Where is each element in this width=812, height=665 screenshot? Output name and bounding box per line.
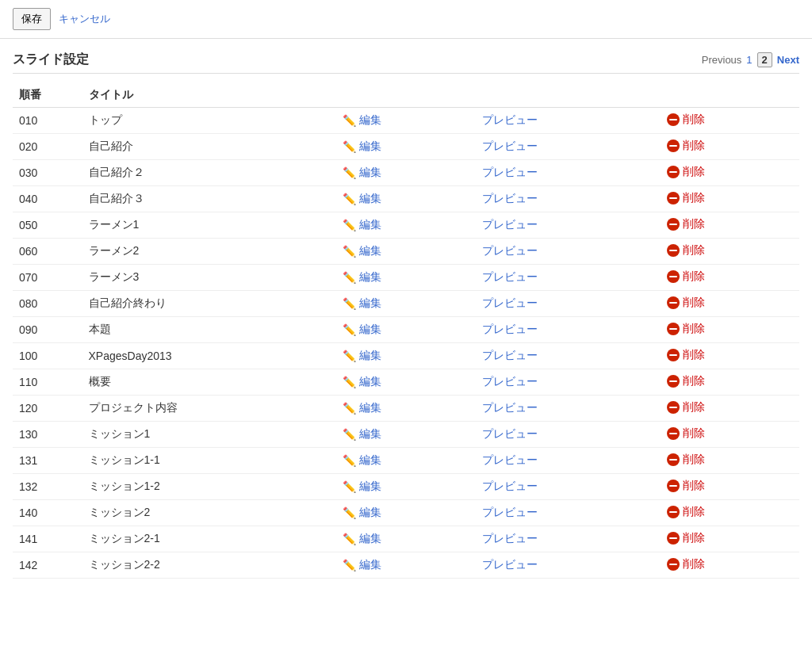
delete-cell: 削除 (661, 265, 799, 291)
edit-cell: ✏️ 編集 (336, 134, 475, 160)
edit-link[interactable]: ✏️ 編集 (343, 532, 381, 546)
edit-link[interactable]: ✏️ 編集 (343, 427, 381, 441)
edit-link[interactable]: ✏️ 編集 (343, 244, 381, 258)
delete-link[interactable]: 削除 (667, 374, 705, 388)
delete-label: 削除 (683, 531, 705, 545)
delete-link[interactable]: 削除 (667, 269, 705, 284)
delete-label: 削除 (683, 113, 705, 127)
delete-label: 削除 (683, 139, 705, 153)
delete-link[interactable]: 削除 (667, 400, 705, 415)
title-cell: 本題 (82, 317, 337, 343)
edit-link[interactable]: ✏️ 編集 (343, 218, 381, 232)
preview-label: プレビュー (482, 558, 538, 572)
edit-link[interactable]: ✏️ 編集 (343, 401, 381, 415)
previous-label: Previous (702, 54, 742, 66)
edit-link[interactable]: ✏️ 編集 (343, 558, 381, 572)
delete-link[interactable]: 削除 (667, 557, 705, 571)
delete-link[interactable]: 削除 (667, 243, 705, 258)
preview-link[interactable]: プレビュー (482, 244, 538, 258)
cancel-link[interactable]: キャンセル (59, 12, 110, 26)
edit-link[interactable]: ✏️ 編集 (343, 375, 381, 389)
order-cell: 080 (13, 291, 82, 317)
preview-link[interactable]: プレビュー (482, 139, 538, 154)
preview-link[interactable]: プレビュー (482, 427, 538, 441)
page-1-link[interactable]: 1 (746, 54, 752, 66)
preview-link[interactable]: プレビュー (482, 113, 538, 128)
delete-link[interactable]: 削除 (667, 296, 705, 310)
page-current: 2 (757, 52, 772, 67)
preview-link[interactable]: プレビュー (482, 506, 538, 520)
table-row: 050 ラーメン1 ✏️ 編集 プレビュー 削除 (13, 212, 799, 239)
edit-link[interactable]: ✏️ 編集 (343, 349, 381, 363)
order-cell: 132 (13, 474, 82, 500)
delete-cell: 削除 (661, 317, 799, 343)
table-row: 060 ラーメン2 ✏️ 編集 プレビュー 削除 (13, 239, 799, 265)
delete-link[interactable]: 削除 (667, 191, 705, 205)
save-button[interactable]: 保存 (13, 8, 51, 30)
preview-cell: プレビュー (476, 422, 661, 448)
preview-link[interactable]: プレビュー (482, 349, 538, 363)
preview-link[interactable]: プレビュー (482, 218, 538, 232)
delete-link[interactable]: 削除 (667, 348, 705, 362)
next-link[interactable]: Next (777, 54, 799, 66)
preview-link[interactable]: プレビュー (482, 532, 538, 546)
title-cell: プロジェクト内容 (82, 396, 337, 422)
title-cell: トップ (82, 108, 337, 134)
edit-link[interactable]: ✏️ 編集 (343, 192, 381, 206)
delete-link[interactable]: 削除 (667, 479, 705, 493)
edit-link[interactable]: ✏️ 編集 (343, 113, 381, 128)
edit-link[interactable]: ✏️ 編集 (343, 506, 381, 520)
title-cell: ミッション1-1 (82, 448, 337, 474)
preview-link[interactable]: プレビュー (482, 323, 538, 337)
preview-link[interactable]: プレビュー (482, 401, 538, 415)
delete-label: 削除 (683, 505, 705, 519)
delete-link[interactable]: 削除 (667, 113, 705, 127)
preview-link[interactable]: プレビュー (482, 453, 538, 468)
delete-link[interactable]: 削除 (667, 426, 705, 441)
preview-link[interactable]: プレビュー (482, 270, 538, 285)
edit-label: 編集 (359, 427, 381, 441)
preview-cell: プレビュー (476, 369, 661, 396)
preview-cell: プレビュー (476, 239, 661, 265)
delete-label: 削除 (683, 374, 705, 388)
preview-link[interactable]: プレビュー (482, 375, 538, 389)
edit-link[interactable]: ✏️ 編集 (343, 323, 381, 337)
delete-label: 削除 (683, 557, 705, 571)
table-row: 100 XPagesDay2013 ✏️ 編集 プレビュー 削除 (13, 343, 799, 369)
title-cell: ラーメン1 (82, 212, 337, 239)
edit-cell: ✏️ 編集 (336, 317, 475, 343)
title-cell: 自己紹介終わり (82, 291, 337, 317)
preview-link[interactable]: プレビュー (482, 558, 538, 572)
edit-label: 編集 (359, 480, 381, 494)
delete-cell: 削除 (661, 396, 799, 422)
delete-link[interactable]: 削除 (667, 322, 705, 336)
preview-link[interactable]: プレビュー (482, 480, 538, 494)
delete-link[interactable]: 削除 (667, 531, 705, 545)
edit-label: 編集 (359, 270, 381, 285)
delete-link[interactable]: 削除 (667, 453, 705, 467)
edit-link[interactable]: ✏️ 編集 (343, 166, 381, 180)
preview-link[interactable]: プレビュー (482, 296, 538, 311)
edit-link[interactable]: ✏️ 編集 (343, 453, 381, 468)
edit-link[interactable]: ✏️ 編集 (343, 139, 381, 154)
edit-link[interactable]: ✏️ 編集 (343, 270, 381, 285)
title-cell: XPagesDay2013 (82, 343, 337, 369)
delete-link[interactable]: 削除 (667, 165, 705, 179)
delete-cell: 削除 (661, 186, 799, 212)
delete-cell: 削除 (661, 422, 799, 448)
preview-cell: プレビュー (476, 448, 661, 474)
delete-link[interactable]: 削除 (667, 217, 705, 231)
edit-cell: ✏️ 編集 (336, 291, 475, 317)
preview-link[interactable]: プレビュー (482, 192, 538, 206)
preview-link[interactable]: プレビュー (482, 166, 538, 180)
edit-link[interactable]: ✏️ 編集 (343, 480, 381, 494)
delete-icon (667, 532, 680, 545)
title-cell: ミッション2-1 (82, 526, 337, 552)
delete-link[interactable]: 削除 (667, 139, 705, 153)
delete-link[interactable]: 削除 (667, 505, 705, 519)
preview-label: プレビュー (482, 375, 538, 389)
edit-link[interactable]: ✏️ 編集 (343, 296, 381, 311)
delete-icon (667, 113, 680, 126)
table-row: 070 ラーメン3 ✏️ 編集 プレビュー 削除 (13, 265, 799, 291)
preview-label: プレビュー (482, 113, 538, 128)
